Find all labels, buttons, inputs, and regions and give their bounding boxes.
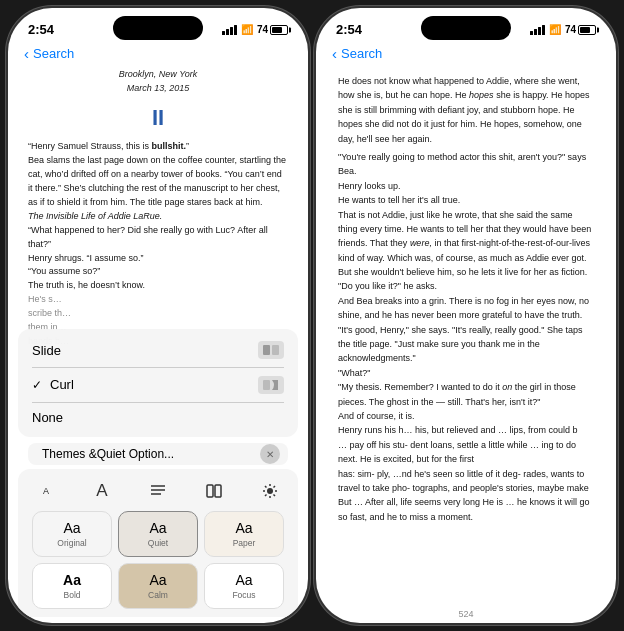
- theme-original[interactable]: Aa Original: [32, 511, 112, 557]
- theme-quiet[interactable]: Aa Quiet: [118, 511, 198, 557]
- left-phone: 2:54 📶 74 ‹ Search: [8, 8, 308, 623]
- svg-rect-7: [215, 485, 221, 497]
- animation-none[interactable]: None: [18, 402, 298, 433]
- theme-paper[interactable]: Aa Paper: [204, 511, 284, 557]
- theme-quiet-label: Quiet: [148, 538, 168, 548]
- back-icon-right: ‹: [332, 45, 337, 62]
- slide-icon: [258, 341, 284, 359]
- svg-rect-1: [272, 345, 279, 355]
- theme-paper-sample: Aa: [235, 520, 252, 536]
- book-text-left: “Henry Samuel Strauss, this is bullshit.…: [28, 140, 288, 349]
- theme-calm-label: Calm: [148, 590, 168, 600]
- nav-back-left[interactable]: Search: [33, 46, 74, 61]
- theme-focus-sample: Aa: [235, 572, 252, 588]
- themes-bar: Themes & Quiet Option...: [28, 443, 288, 465]
- phones-container: 2:54 📶 74 ‹ Search: [0, 0, 624, 631]
- theme-original-label: Original: [57, 538, 86, 548]
- animation-options: Slide ✓ Curl None: [18, 329, 298, 437]
- wifi-icon-right: 📶: [549, 24, 561, 35]
- overlay-panel: Slide ✓ Curl None: [8, 329, 308, 623]
- dynamic-island-right: [421, 16, 511, 40]
- book-header: Brooklyn, New York March 13, 2015: [28, 68, 288, 95]
- svg-rect-2: [263, 380, 270, 390]
- back-icon-left: ‹: [24, 45, 29, 62]
- svg-line-14: [274, 495, 276, 497]
- signal-icon-right: [530, 25, 545, 35]
- font-decrease-btn[interactable]: A: [32, 477, 60, 505]
- nav-bar-left[interactable]: ‹ Search: [8, 41, 308, 68]
- theme-bold-label: Bold: [63, 590, 80, 600]
- format-btn[interactable]: [144, 477, 172, 505]
- time-left: 2:54: [28, 22, 54, 37]
- theme-cards: Aa Original Aa Quiet Aa Paper Aa Bold: [32, 511, 284, 609]
- svg-point-8: [267, 488, 273, 494]
- theme-bold-sample: Aa: [63, 572, 81, 588]
- toolbar: A A: [18, 469, 298, 617]
- theme-quiet-sample: Aa: [149, 520, 166, 536]
- layout-btn[interactable]: [200, 477, 228, 505]
- svg-line-16: [265, 495, 267, 497]
- theme-focus[interactable]: Aa Focus: [204, 563, 284, 609]
- checkmark-icon: ✓: [32, 378, 42, 392]
- curl-label: Curl: [50, 377, 258, 392]
- time-right: 2:54: [336, 22, 362, 37]
- nav-bar-right[interactable]: ‹ Search: [316, 41, 616, 68]
- battery-icon: 74: [257, 24, 288, 35]
- page-number: 524: [316, 603, 616, 623]
- brightness-btn[interactable]: [256, 477, 284, 505]
- svg-rect-6: [207, 485, 213, 497]
- book-content-right: He does not know what happened to Addie,…: [316, 68, 616, 603]
- svg-line-13: [265, 486, 267, 488]
- themes-label: Themes &: [42, 447, 97, 461]
- none-label: None: [32, 410, 284, 425]
- theme-paper-label: Paper: [233, 538, 256, 548]
- theme-calm[interactable]: Aa Calm: [118, 563, 198, 609]
- chapter-number: II: [28, 101, 288, 134]
- theme-focus-label: Focus: [232, 590, 255, 600]
- curl-icon: [258, 376, 284, 394]
- right-phone: 2:54 📶 74 ‹ Search He does: [316, 8, 616, 623]
- svg-rect-0: [263, 345, 270, 355]
- status-icons-right: 📶 74: [530, 24, 596, 35]
- font-increase-btn[interactable]: A: [88, 477, 116, 505]
- animation-slide[interactable]: Slide: [18, 333, 298, 367]
- theme-calm-sample: Aa: [149, 572, 166, 588]
- quiet-option-label[interactable]: Quiet Option...: [97, 447, 174, 461]
- signal-icon: [222, 25, 237, 35]
- status-icons-left: 📶 74: [222, 24, 288, 35]
- themes-bar-container: Themes & Quiet Option... ✕: [18, 443, 298, 465]
- theme-original-sample: Aa: [63, 520, 80, 536]
- animation-curl[interactable]: ✓ Curl: [18, 368, 298, 402]
- close-button[interactable]: ✕: [260, 444, 280, 464]
- svg-line-15: [274, 486, 276, 488]
- theme-bold[interactable]: Aa Bold: [32, 563, 112, 609]
- dynamic-island-left: [113, 16, 203, 40]
- toolbar-row: A A: [32, 477, 284, 505]
- nav-back-right[interactable]: Search: [341, 46, 382, 61]
- slide-label: Slide: [32, 343, 258, 358]
- wifi-icon: 📶: [241, 24, 253, 35]
- battery-right: 74: [565, 24, 596, 35]
